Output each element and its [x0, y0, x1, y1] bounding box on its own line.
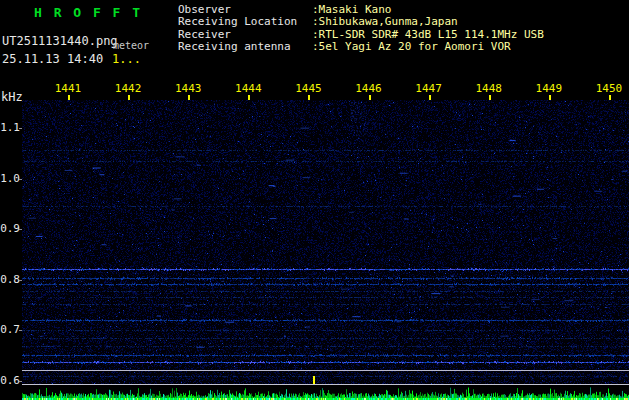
datetime-label: 25.11.13 14:40 — [2, 52, 103, 66]
output-filename: UT2511131440.png — [2, 34, 118, 48]
x-tick-label: 1448 — [474, 82, 504, 95]
x-tick-label: 1444 — [233, 82, 263, 95]
app-title: H R O F F T — [34, 5, 142, 20]
observation-info: Observer:Masaki KanoReceiving Location:S… — [178, 4, 544, 54]
x-tick-label: 1449 — [534, 82, 564, 95]
y-tick-label: 1.1 — [0, 121, 20, 134]
info-row: Receiving antenna:5el Yagi Az 20 for Aom… — [178, 41, 544, 53]
x-tick-label: 1450 — [594, 82, 624, 95]
x-tick-label: 1446 — [354, 82, 384, 95]
hrofft-window: H R O F F T UT2511131440.png meteor 25.1… — [0, 0, 629, 400]
x-tick-label: 1445 — [293, 82, 323, 95]
spectrogram-canvas — [22, 100, 629, 385]
x-tick-label: 1442 — [113, 82, 143, 95]
y-tick-label: 0.6 — [0, 374, 20, 387]
signal-level-canvas — [22, 386, 629, 400]
info-value: :RTL-SDR SDR# 43dB L15 114.1MHz USB — [312, 28, 544, 41]
y-axis-unit: kHz — [1, 90, 23, 104]
y-tick-label: 0.8 — [0, 273, 20, 286]
info-label: Receiving Location — [178, 16, 312, 28]
meteor-count: 1... — [112, 52, 141, 66]
info-label: Receiving antenna — [178, 41, 312, 53]
y-tick-label: 1.0 — [0, 172, 20, 185]
info-value: :5el Yagi Az 20 for Aomori VOR — [312, 40, 511, 53]
info-value: :Masaki Kano — [312, 3, 391, 16]
info-value: :Shibukawa,Gunma,Japan — [312, 15, 458, 28]
mode-label: meteor — [113, 40, 149, 51]
x-tick-label: 1441 — [53, 82, 83, 95]
x-tick-label: 1447 — [414, 82, 444, 95]
x-tick-label: 1443 — [173, 82, 203, 95]
y-tick-label: 0.7 — [0, 323, 20, 336]
y-tick-label: 0.9 — [0, 222, 20, 235]
